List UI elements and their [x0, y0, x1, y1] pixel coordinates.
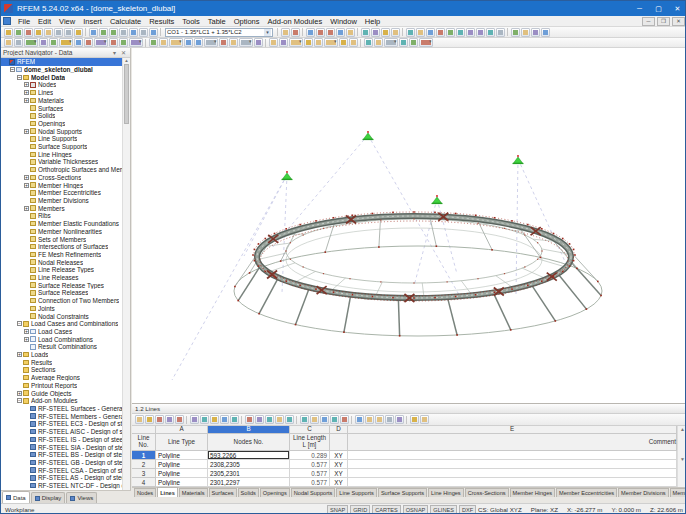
numbering-icon[interactable] — [184, 38, 193, 47]
scrollbar-thumb[interactable] — [124, 64, 129, 124]
tree-item-nodal-releases[interactable]: Nodal Releases — [1, 258, 123, 266]
status-button-cartes[interactable]: CARTES — [372, 505, 401, 514]
tree-item-rf-steel-as-design-of-steel-members-a[interactable]: RF-STEEL AS - Design of steel members a — [1, 474, 123, 482]
coordinate-system-icon[interactable] — [409, 38, 418, 47]
grid-settings-icon[interactable] — [339, 38, 348, 47]
cell-nodes[interactable]: 593,2266 — [208, 451, 290, 460]
tree-item-line-release-types[interactable]: Line Release Types — [1, 266, 123, 274]
tree-item-solids[interactable]: Solids — [1, 112, 123, 120]
table-tab-member-hinges[interactable]: Member Hinges — [510, 488, 555, 497]
cell-comment[interactable] — [348, 469, 677, 478]
expander-plus-icon[interactable]: + — [24, 82, 29, 87]
table-tab-member-eccentricities[interactable]: Member Eccentricities — [556, 488, 617, 497]
filter-icon[interactable] — [330, 415, 339, 424]
new-node-icon[interactable] — [406, 28, 415, 37]
cell-length[interactable]: 0.577 — [290, 469, 330, 478]
visibility-modes-icon[interactable] — [361, 28, 370, 37]
column-letter-B[interactable]: B — [208, 426, 290, 434]
menu-table[interactable]: Table — [204, 17, 230, 26]
tree-item-loads[interactable]: +Loads — [1, 351, 123, 359]
cell-line-type[interactable]: Polyline — [156, 460, 208, 469]
tree-item-member-hinges[interactable]: +Member Hinges — [1, 181, 123, 189]
column-letter-rowhdr[interactable] — [132, 426, 156, 434]
tree-item-nodal-constraints[interactable]: Nodal Constraints — [1, 312, 123, 320]
tree-item-results[interactable]: Results — [1, 358, 123, 366]
panel-toggle-icon[interactable] — [326, 28, 335, 37]
generate-members-icon[interactable] — [159, 38, 168, 47]
status-button-grid[interactable]: GRID — [350, 505, 370, 514]
tree-item-rf-steel-gb-design-of-steel-members[interactable]: RF-STEEL GB - Design of steel members — [1, 459, 123, 467]
animation-icon[interactable] — [336, 28, 345, 37]
plane-xz-icon[interactable] — [374, 38, 383, 47]
menu-file[interactable]: File — [14, 17, 34, 26]
view-filter1-icon[interactable] — [245, 415, 254, 424]
cell-nodes[interactable]: 2301,2297 — [208, 478, 290, 487]
mirror-icon[interactable] — [74, 38, 83, 47]
tree-item-average-regions[interactable]: Average Regions — [1, 374, 123, 382]
tree-item-rf-steel-sia-design-of-steel-members[interactable]: RF-STEEL SIA - Design of steel members — [1, 443, 123, 451]
expander-plus-icon[interactable]: + — [24, 90, 29, 95]
round-corner-icon[interactable] — [129, 38, 143, 47]
menu-help[interactable]: Help — [361, 17, 384, 26]
menu-window[interactable]: Window — [326, 17, 361, 26]
tree-item-surfaces[interactable]: Surfaces — [1, 104, 123, 112]
tree-item-rf-steel-csa-design-of-steel-members[interactable]: RF-STEEL CSA - Design of steel members — [1, 466, 123, 474]
expander-plus-icon[interactable]: + — [24, 98, 29, 103]
column-letter-A[interactable]: A — [156, 426, 208, 434]
close-icon[interactable]: ✕ — [119, 49, 128, 56]
tree-item-ribs[interactable]: Ribs — [1, 212, 123, 220]
new-member-icon[interactable] — [426, 28, 435, 37]
menu-options[interactable]: Options — [230, 17, 264, 26]
result-values-icon[interactable] — [316, 28, 325, 37]
insert-row-icon[interactable] — [190, 415, 199, 424]
row-header[interactable]: 2 — [132, 460, 156, 469]
column-header-A[interactable]: Line Type — [156, 434, 208, 451]
tree-item-openings[interactable]: Openings — [1, 120, 123, 128]
table-tab-member-divisions[interactable]: Member Divisions — [618, 488, 668, 497]
tree-item-dome-skeleton-dlubal[interactable]: −dome_skeleton_dlubal — [1, 66, 123, 74]
expander-minus-icon[interactable]: − — [17, 398, 22, 403]
table-tab-solids[interactable]: Solids — [238, 488, 259, 497]
new-surface-icon[interactable] — [436, 28, 445, 37]
select-rows-icon[interactable] — [320, 415, 329, 424]
snap-settings-icon[interactable] — [399, 38, 408, 47]
status-button-glines[interactable]: GLINES — [430, 505, 457, 514]
jump-next-icon[interactable] — [310, 415, 319, 424]
new-nodal-support-icon[interactable] — [466, 28, 475, 37]
divide-member-icon[interactable] — [109, 38, 118, 47]
new-load-case-icon[interactable] — [511, 28, 520, 37]
tree-item-lines[interactable]: +Lines — [1, 89, 123, 97]
new-load-icon[interactable] — [521, 28, 530, 37]
cell-line-type[interactable]: Polyline — [156, 469, 208, 478]
tree-item-joints[interactable]: Joints — [1, 305, 123, 313]
move-copy-icon[interactable] — [49, 38, 58, 47]
expander-plus-icon[interactable]: + — [17, 391, 22, 396]
work-plane-icon[interactable] — [349, 38, 358, 47]
edit-surface-icon[interactable] — [39, 38, 48, 47]
open-icon[interactable] — [14, 28, 23, 37]
new-icon[interactable] — [4, 28, 13, 37]
mdi-restore-icon[interactable]: ❐ — [657, 17, 670, 26]
table-tab-surfaces[interactable]: Surfaces — [209, 488, 237, 497]
tree-item-add-on-modules[interactable]: −Add-on Modules — [1, 397, 123, 405]
project-icon[interactable] — [84, 38, 93, 47]
light-icon[interactable] — [314, 38, 323, 47]
menu-view[interactable]: View — [55, 17, 79, 26]
mdi-close-icon[interactable]: ✕ — [672, 17, 685, 26]
print-table-icon[interactable] — [385, 415, 394, 424]
tree-item-sets-of-members[interactable]: Sets of Members — [1, 235, 123, 243]
rotate-icon[interactable] — [59, 38, 73, 47]
pick-in-graphic-icon[interactable] — [395, 415, 404, 424]
convert-icon[interactable] — [169, 38, 183, 47]
view-filter4-icon[interactable] — [275, 415, 284, 424]
load-case-combobox[interactable]: CO1 - 1.35*LC1 + 1.35*LC2▾ — [165, 28, 273, 37]
navigator-tab-display[interactable]: Display — [31, 492, 66, 503]
cell-nodes[interactable]: 2305,2301 — [208, 469, 290, 478]
tree-item-rf-steel-bs-design-of-steel-members-a[interactable]: RF-STEEL BS - Design of steel members a — [1, 451, 123, 459]
tree-item-rf-steel-surfaces-general-stress-analys[interactable]: RF-STEEL Surfaces - General stress analy… — [1, 405, 123, 413]
visual-objects-icon[interactable] — [279, 38, 288, 47]
expander-plus-icon[interactable]: + — [24, 175, 29, 180]
table-tab-cross-sections[interactable]: Cross-Sections — [465, 488, 509, 497]
tree-item-guide-objects[interactable]: +Guide Objects — [1, 389, 123, 397]
tree-item-fe-mesh-refinements[interactable]: FE Mesh Refinements — [1, 251, 123, 259]
